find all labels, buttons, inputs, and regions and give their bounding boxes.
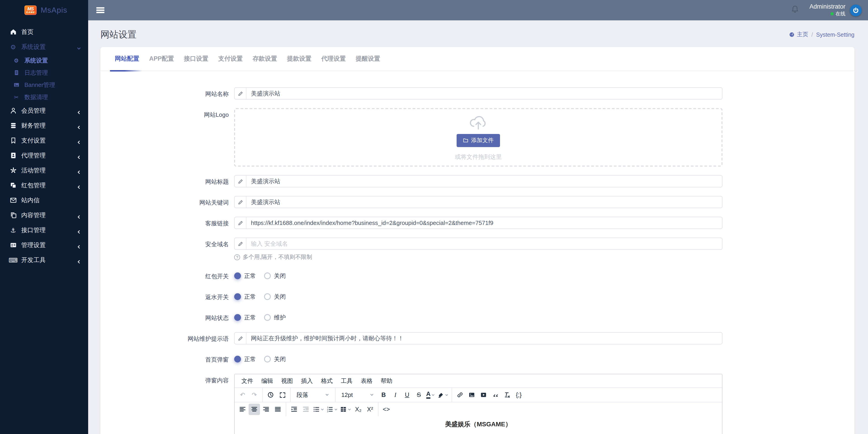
bold-button[interactable]: B <box>378 389 389 401</box>
sidebar-item-system-settings[interactable]: ⚙ 系统设置 <box>0 39 88 54</box>
sidebar-item-agent-management[interactable]: 代理管理 <box>0 148 88 163</box>
link-button[interactable] <box>454 389 466 401</box>
menu-table[interactable]: 表格 <box>357 377 377 385</box>
sidebar-item-payment-settings[interactable]: 支付设置 <box>0 133 88 148</box>
tab-agent-settings[interactable]: 代理设置 <box>321 55 346 63</box>
status-normal-radio[interactable]: 正常 <box>234 313 256 322</box>
sidebar-item-api-management[interactable]: ⚓ 接口管理 <box>0 223 88 238</box>
superscript-button[interactable]: X² <box>364 404 376 415</box>
sidebar-item-admin-settings[interactable]: 管理设置 <box>0 238 88 253</box>
paragraph-format-select[interactable]: 段落 <box>293 389 333 401</box>
menu-insert[interactable]: 插入 <box>297 377 317 385</box>
code-sample-button[interactable]: {;} <box>513 389 524 401</box>
service-link-input[interactable] <box>246 217 722 229</box>
popup-off-radio[interactable]: 关闭 <box>264 355 286 363</box>
maintenance-text-input[interactable] <box>246 332 722 344</box>
tab-app-config[interactable]: APP配置 <box>149 55 174 63</box>
breadcrumb-current: System-Setting <box>816 31 855 38</box>
bullet-list-button[interactable] <box>312 404 325 415</box>
sidebar-item-home[interactable]: 首页 <box>0 24 88 39</box>
avatar[interactable] <box>850 4 862 16</box>
insert-image-button[interactable] <box>466 389 477 401</box>
field-label-site-keywords: 网站关键词 <box>100 196 229 208</box>
user-info[interactable]: Administrator 在线 <box>809 3 845 17</box>
outdent-button[interactable] <box>300 404 311 415</box>
align-center-button[interactable] <box>249 404 260 415</box>
chevron-left-icon <box>77 124 81 131</box>
source-code-button[interactable]: <> <box>381 404 392 415</box>
popup-normal-radio[interactable]: 正常 <box>234 355 256 363</box>
sidebar-item-label: 代理管理 <box>21 151 46 160</box>
blockquote-button[interactable] <box>490 389 501 401</box>
chevron-left-icon <box>77 228 81 235</box>
sidebar-item-label: 管理设置 <box>21 241 46 249</box>
question-circle-icon: ? <box>234 254 240 260</box>
highlight-color-button[interactable] <box>437 389 450 401</box>
add-file-button[interactable]: 添加文件 <box>457 134 500 147</box>
sidebar-item-redpacket-management[interactable]: 红包管理 <box>0 178 88 193</box>
clear-formatting-button[interactable] <box>501 389 513 401</box>
align-left-button[interactable] <box>237 404 248 415</box>
safe-domain-input[interactable] <box>246 238 722 249</box>
radio-unselected-icon <box>264 356 271 363</box>
sidebar-subitem-banner-management[interactable]: Banner管理 <box>0 79 88 91</box>
redpacket-off-radio[interactable]: 关闭 <box>264 272 286 280</box>
rebate-off-radio[interactable]: 关闭 <box>264 293 286 301</box>
fullscreen-button[interactable] <box>277 389 288 401</box>
menu-tools[interactable]: 工具 <box>337 377 357 385</box>
italic-button[interactable]: I <box>390 389 401 401</box>
redpacket-normal-radio[interactable]: 正常 <box>234 272 256 280</box>
notifications-bell-icon[interactable] <box>791 5 800 16</box>
field-label-popup-content: 弹窗内容 <box>100 374 229 434</box>
site-name-input[interactable] <box>246 88 722 99</box>
menu-help[interactable]: 帮助 <box>377 377 397 385</box>
numbered-list-button[interactable]: 123 <box>326 404 339 415</box>
chevron-down-icon <box>325 393 329 397</box>
editor-content-area[interactable]: 美盛娱乐（MSGAME） <box>235 416 722 434</box>
underline-button[interactable]: U <box>401 389 413 401</box>
sidebar-item-member-management[interactable]: 会员管理 <box>0 103 88 118</box>
subscript-button[interactable]: X₂ <box>352 404 364 415</box>
table-button[interactable] <box>339 404 352 415</box>
site-title-input[interactable] <box>246 176 722 187</box>
font-size-select[interactable]: 12pt <box>338 389 377 401</box>
tab-site-config[interactable]: 网站配置 <box>115 55 139 63</box>
sidebar-subitem-log-management[interactable]: 日志管理 <box>0 66 88 79</box>
insert-media-button[interactable] <box>478 389 489 401</box>
sidebar-item-finance-management[interactable]: 财务管理 <box>0 118 88 133</box>
logo-upload-dropzone[interactable]: 添加文件 或将文件拖到这里 <box>234 108 722 167</box>
field-label-rebate-switch: 返水开关 <box>100 291 229 301</box>
tab-reminder-settings[interactable]: 提醒设置 <box>356 55 380 63</box>
menu-file[interactable]: 文件 <box>237 377 257 385</box>
tab-api-settings[interactable]: 接口设置 <box>184 55 209 63</box>
status-maintenance-radio[interactable]: 维护 <box>264 313 286 322</box>
restore-draft-button[interactable] <box>265 389 276 401</box>
sidebar-item-site-mail[interactable]: 站内信 <box>0 193 88 208</box>
chevron-down-icon <box>370 393 374 397</box>
radio-selected-icon <box>234 356 241 363</box>
menu-view[interactable]: 视图 <box>277 377 297 385</box>
folder-icon <box>463 138 468 143</box>
menu-toggle-icon[interactable] <box>96 7 104 13</box>
tab-payment-settings[interactable]: 支付设置 <box>218 55 243 63</box>
brand-logo[interactable]: MS GAME MsApis <box>0 0 88 20</box>
undo-button[interactable]: ↶ <box>237 389 248 401</box>
tab-deposit-settings[interactable]: 存款设置 <box>253 55 277 63</box>
tab-withdraw-settings[interactable]: 提款设置 <box>287 55 311 63</box>
sidebar-subitem-system-settings[interactable]: ⚙ 系统设置 <box>0 54 88 66</box>
sidebar-item-activity-management[interactable]: 活动管理 <box>0 163 88 178</box>
indent-button[interactable] <box>288 404 300 415</box>
text-color-button[interactable]: A <box>425 389 436 401</box>
align-right-button[interactable] <box>260 404 272 415</box>
sidebar-item-dev-tools[interactable]: ⌨ 开发工具 <box>0 253 88 267</box>
redo-button[interactable]: ↷ <box>249 389 260 401</box>
rebate-normal-radio[interactable]: 正常 <box>234 293 256 301</box>
breadcrumb-home-link[interactable]: 主页 <box>789 31 808 38</box>
sidebar-subitem-data-cleanup[interactable]: ✂ 数据清理 <box>0 91 88 103</box>
menu-format[interactable]: 格式 <box>317 377 337 385</box>
sidebar-item-content-management[interactable]: 内容管理 <box>0 208 88 223</box>
site-keywords-input[interactable] <box>246 196 722 208</box>
menu-edit[interactable]: 编辑 <box>257 377 277 385</box>
strikethrough-button[interactable]: S <box>413 389 425 401</box>
align-justify-button[interactable] <box>272 404 283 415</box>
